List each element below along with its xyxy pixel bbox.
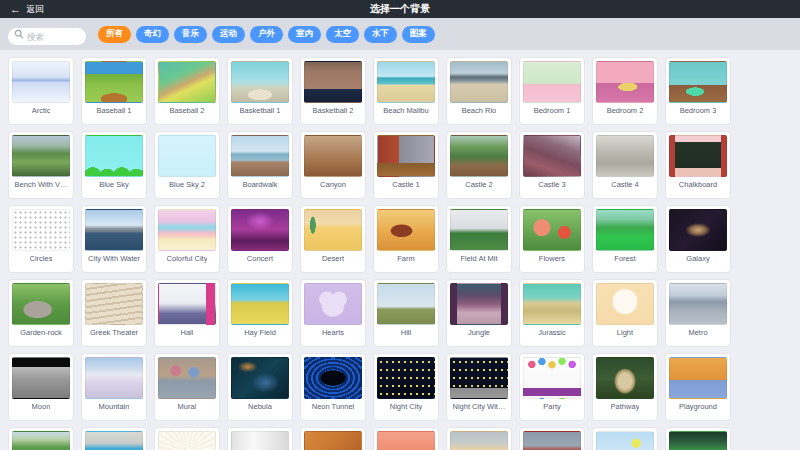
backdrop-tile[interactable]: Soccer [665, 427, 731, 450]
backdrop-tile[interactable]: Metro [665, 279, 731, 347]
backdrop-label: Boardwalk [242, 180, 277, 189]
backdrop-tile[interactable]: Greek Theater [81, 279, 147, 347]
backdrop-thumbnail [450, 61, 508, 103]
backdrop-tile[interactable]: Blue Sky [81, 131, 147, 199]
backdrop-thumbnail [85, 357, 143, 399]
backdrop-tile[interactable]: Canyon [300, 131, 366, 199]
backdrop-thumbnail [85, 209, 143, 251]
filter-tag[interactable]: 室内 [288, 26, 321, 43]
backdrop-tile[interactable]: Arctic [8, 57, 74, 125]
backdrop-tile[interactable]: Playground [665, 353, 731, 421]
backdrop-tile[interactable]: Room 1 [300, 427, 366, 450]
filter-tag[interactable]: 音乐 [174, 26, 207, 43]
filter-tag[interactable]: 所有 [98, 26, 131, 43]
backdrop-tile[interactable]: Garden-rock [8, 279, 74, 347]
backdrop-tile[interactable]: Field At Mit [446, 205, 512, 273]
backdrop-tile[interactable]: Forest [592, 205, 658, 273]
backdrop-tile[interactable]: Room 2 [373, 427, 439, 450]
backdrop-tile[interactable]: Beach Malibu [373, 57, 439, 125]
backdrop-label: Bedroom 1 [534, 106, 571, 115]
backdrop-tile[interactable]: Neon Tunnel [300, 353, 366, 421]
backdrop-tile[interactable]: Blue Sky 2 [154, 131, 220, 199]
backdrop-tile[interactable]: Pool [81, 427, 147, 450]
backdrop-label: Party [543, 402, 561, 411]
backdrop-tile[interactable]: Circles [8, 205, 74, 273]
backdrop-tile[interactable]: Nebula [227, 353, 293, 421]
backdrop-tile[interactable]: Boardwalk [227, 131, 293, 199]
backdrop-tile[interactable]: Jurassic [519, 279, 585, 347]
backdrop-thumbnail [85, 61, 143, 103]
filter-tag[interactable]: 图案 [402, 26, 435, 43]
backdrop-tile[interactable]: Night City [373, 353, 439, 421]
backdrop-tile[interactable]: Concert [227, 205, 293, 273]
filter-tag[interactable]: 太空 [326, 26, 359, 43]
backdrop-thumbnail [158, 357, 216, 399]
backdrop-label: City With Water [88, 254, 140, 263]
backdrop-tile[interactable]: Mural [154, 353, 220, 421]
backdrop-tile[interactable]: Hearts [300, 279, 366, 347]
backdrop-thumbnail [304, 357, 362, 399]
backdrop-tile[interactable]: Farm [373, 205, 439, 273]
backdrop-tile[interactable]: Hay Field [227, 279, 293, 347]
backdrop-tile[interactable]: Basketball 1 [227, 57, 293, 125]
backdrop-label: Castle 2 [465, 180, 493, 189]
backdrop-label: Hill [401, 328, 411, 337]
backdrop-thumbnail [12, 209, 70, 251]
backdrop-tile[interactable]: Pathway [592, 353, 658, 421]
backdrop-tile[interactable]: Basketball 2 [300, 57, 366, 125]
backdrop-tile[interactable]: Castle 4 [592, 131, 658, 199]
filter-tag[interactable]: 奇幻 [136, 26, 169, 43]
backdrop-grid: Arctic Baseball 1 Baseball 2 Basketball … [0, 50, 800, 450]
backdrop-tile[interactable]: Desert [300, 205, 366, 273]
backdrop-tile[interactable]: Savanna [446, 427, 512, 450]
backdrop-tile[interactable]: Castle 3 [519, 131, 585, 199]
top-bar: ← 返回 选择一个背景 [0, 0, 800, 18]
backdrop-tile[interactable]: Hill [373, 279, 439, 347]
backdrop-thumbnail [596, 431, 654, 450]
backdrop-tile[interactable]: Party [519, 353, 585, 421]
filter-tag-label: 室内 [296, 28, 313, 40]
backdrop-tile[interactable]: Jungle [446, 279, 512, 347]
backdrop-tile[interactable]: Moon [8, 353, 74, 421]
backdrop-thumbnail [231, 135, 289, 177]
backdrop-tile[interactable]: Bedroom 2 [592, 57, 658, 125]
backdrop-tile[interactable]: Mountain [81, 353, 147, 421]
backdrop-thumbnail [85, 135, 143, 177]
backdrop-tile[interactable]: Light [592, 279, 658, 347]
backdrop-thumbnail [450, 135, 508, 177]
backdrop-tile[interactable]: Refrigerator [227, 427, 293, 450]
backdrop-tile[interactable]: Chalkboard [665, 131, 731, 199]
backdrop-tile[interactable]: Bedroom 1 [519, 57, 585, 125]
backdrop-tile[interactable]: Castle 2 [446, 131, 512, 199]
backdrop-tile[interactable]: Night City Wit… [446, 353, 512, 421]
backdrop-thumbnail [523, 135, 581, 177]
backdrop-thumbnail [377, 431, 435, 450]
backdrop-tile[interactable]: Galaxy [665, 205, 731, 273]
backdrop-tile[interactable]: Flowers [519, 205, 585, 273]
backdrop-label: Basketball 2 [313, 106, 354, 115]
backdrop-thumbnail [596, 135, 654, 177]
backdrop-tile[interactable]: Hall [154, 279, 220, 347]
backdrop-tile[interactable]: Slopes [592, 427, 658, 450]
backdrop-label: Bedroom 3 [680, 106, 717, 115]
filter-tag[interactable]: 水下 [364, 26, 397, 43]
backdrop-tile[interactable]: Baseball 2 [154, 57, 220, 125]
backdrop-label: Circles [30, 254, 53, 263]
filter-tag[interactable]: 运动 [212, 26, 245, 43]
backdrop-tile[interactable]: Castle 1 [373, 131, 439, 199]
filter-tag-label: 所有 [106, 28, 123, 40]
backdrop-tile[interactable]: Bench With V… [8, 131, 74, 199]
backdrop-thumbnail [158, 209, 216, 251]
backdrop-tile[interactable]: School [519, 427, 585, 450]
backdrop-tile[interactable]: Playing Field [8, 427, 74, 450]
filter-tag[interactable]: 户外 [250, 26, 283, 43]
backdrop-tile[interactable]: Rays [154, 427, 220, 450]
back-button[interactable]: ← 返回 [10, 3, 44, 16]
backdrop-tile[interactable]: Beach Rio [446, 57, 512, 125]
backdrop-tile[interactable]: City With Water [81, 205, 147, 273]
backdrop-thumbnail [450, 431, 508, 450]
backdrop-tile[interactable]: Bedroom 3 [665, 57, 731, 125]
backdrop-tile[interactable]: Colorful City [154, 205, 220, 273]
backdrop-label: Beach Rio [462, 106, 497, 115]
backdrop-tile[interactable]: Baseball 1 [81, 57, 147, 125]
